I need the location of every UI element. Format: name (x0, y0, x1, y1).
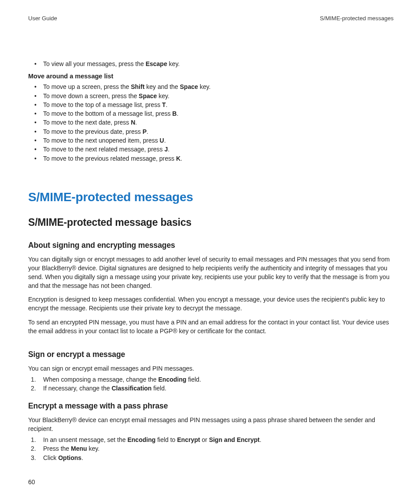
text: . (81, 454, 83, 461)
paragraph: You can digitally sign or encrypt messag… (28, 255, 394, 291)
key-name: P (143, 128, 147, 135)
header-right: S/MIME-protected messages (320, 15, 394, 22)
subsection-heading: Sign or encrypt a message (28, 350, 394, 359)
text: To move to the previous related message,… (43, 155, 176, 162)
text: field. (151, 385, 166, 392)
text: . (260, 436, 262, 443)
text: Click (43, 454, 58, 461)
steps-list: In an unsent message, set the Encoding f… (28, 435, 394, 462)
page-header: User Guide S/MIME-protected messages (28, 15, 394, 22)
text: To move up a screen, press the (43, 83, 131, 90)
text: . (181, 155, 182, 162)
text: . (135, 119, 137, 126)
key-name: K (176, 155, 181, 162)
header-left: User Guide (28, 15, 57, 22)
text: To move down a screen, press the (43, 92, 139, 99)
move-around-heading: Move around a message list (28, 73, 394, 80)
text: key. (167, 60, 180, 67)
key-name: Encoding (158, 376, 187, 383)
key-name: Menu (71, 445, 87, 452)
text: To move to the bottom of a message list,… (43, 110, 172, 117)
key-name: Space (139, 92, 157, 99)
text: key. (198, 83, 211, 90)
intro-text: You can sign or encrypt email messages a… (28, 364, 394, 373)
text: . (166, 101, 168, 108)
paragraph: To send an encrypted PIN message, you mu… (28, 318, 394, 336)
list-item: To move to the next unopened item, press… (37, 136, 394, 145)
top-bullet-list: To view all your messages, press the Esc… (28, 59, 394, 68)
key-name: Options (58, 454, 81, 461)
section-heading-blue: S/MIME-protected messages (28, 190, 394, 204)
step-item: Press the Menu key. (37, 444, 394, 453)
text: . (168, 146, 169, 153)
key-name: Space (180, 83, 198, 90)
text: field. (186, 376, 201, 383)
list-item: To move down a screen, press the Space k… (37, 92, 394, 100)
list-item: To move to the bottom of a message list,… (37, 109, 394, 118)
step-item: If necessary, change the Classification … (37, 384, 394, 393)
key-name: Shift (131, 83, 144, 90)
text: To move to the next related message, pre… (43, 146, 164, 153)
list-item: To view all your messages, press the Esc… (37, 59, 394, 68)
text: To move to the next date, press (43, 119, 131, 126)
text: When composing a message, change the (43, 376, 158, 383)
key-name: Escape (146, 60, 167, 67)
text: In an unsent message, set the (43, 436, 127, 443)
intro-text: Your BlackBerry® device can encrypt emai… (28, 416, 394, 434)
list-item: To move to the previous date, press P. (37, 127, 394, 136)
text: field to (155, 436, 177, 443)
step-item: Click Options. (37, 453, 394, 462)
list-item: To move to the next date, press N. (37, 118, 394, 127)
text: To move to the previous date, press (43, 128, 143, 135)
section-heading-black: S/MIME-protected message basics (28, 217, 394, 228)
list-item: To move to the top of a message list, pr… (37, 100, 394, 109)
step-item: In an unsent message, set the Encoding f… (37, 435, 394, 444)
list-item: To move to the previous related message,… (37, 154, 394, 163)
page-number: 60 (28, 478, 35, 486)
subsection-heading: About signing and encrypting messages (28, 241, 394, 250)
text: To view all your messages, press the (43, 60, 146, 67)
text: Press the (43, 445, 71, 452)
text: key. (157, 92, 169, 99)
key-name: N (131, 119, 135, 126)
step-item: When composing a message, change the Enc… (37, 375, 394, 384)
key-name: Encoding (127, 436, 155, 443)
paragraph: Encryption is designed to keep messages … (28, 295, 394, 313)
key-name: Classification (111, 385, 151, 392)
key-name: Sign and Encrypt (209, 436, 260, 443)
text: or (200, 436, 209, 443)
text: . (147, 128, 148, 135)
key-name: U (160, 137, 164, 144)
text: To move to the next unopened item, press (43, 137, 160, 144)
move-around-list: To move up a screen, press the Shift key… (28, 82, 394, 163)
text: key. (87, 445, 100, 452)
key-name: B (172, 110, 177, 117)
steps-list: When composing a message, change the Enc… (28, 375, 394, 393)
list-item: To move up a screen, press the Shift key… (37, 82, 394, 91)
document-page: User Guide S/MIME-protected messages To … (0, 0, 420, 462)
text: . (177, 110, 178, 117)
key-name: T (162, 101, 166, 108)
text: To move to the top of a message list, pr… (43, 101, 162, 108)
key-name: Encrypt (177, 436, 200, 443)
text: If necessary, change the (43, 385, 111, 392)
text: key and the (144, 83, 180, 90)
list-item: To move to the next related message, pre… (37, 145, 394, 154)
subsection-heading: Encrypt a message with a pass phrase (28, 401, 394, 411)
text: . (164, 137, 166, 144)
